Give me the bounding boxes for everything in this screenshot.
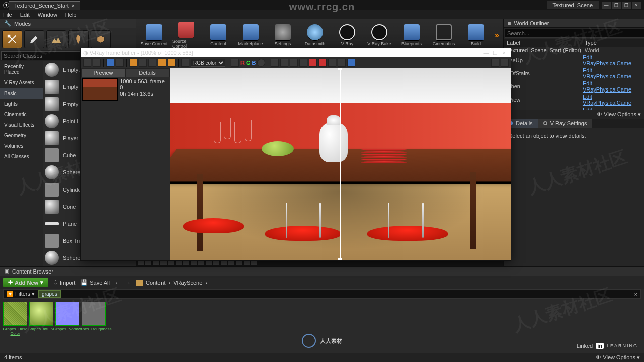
rib-settings[interactable]: Settings	[269, 21, 297, 49]
outliner-row[interactable]: rViewEdit VRayPhysicalCame	[504, 93, 644, 106]
cat-cinematic[interactable]: Cinematic	[0, 109, 43, 120]
rib-save-current[interactable]: Save Current	[140, 21, 168, 49]
menu-help[interactable]: Help	[65, 12, 77, 18]
nav-fwd-icon[interactable]: →	[125, 280, 131, 286]
vfb-tool-btn[interactable]	[501, 59, 509, 67]
menu-window[interactable]: Window	[38, 12, 57, 18]
outliner-row[interactable]: nOfStairsEdit VRayPhysicalCame	[504, 67, 644, 80]
vfb-tool-btn[interactable]	[139, 59, 147, 67]
vfb-render-view[interactable]	[170, 68, 511, 260]
rib-build[interactable]: Build	[462, 21, 490, 49]
save-all-button[interactable]: 💾 Save All	[80, 279, 110, 286]
outliner-row[interactable]: dsTVEdit VRayPhysicalCame	[504, 106, 644, 110]
ab-split-handle-bottom[interactable]	[338, 258, 342, 260]
vfb-tool-btn[interactable]	[491, 59, 499, 67]
row-type[interactable]: Edit VRayPhysicalCame	[583, 54, 641, 66]
vfb-tool-btn[interactable]	[257, 59, 265, 67]
cat-all-classes[interactable]: All Classes	[0, 151, 43, 162]
vfb-tool-btn[interactable]	[93, 59, 101, 67]
clear-filter-icon[interactable]: ×	[631, 291, 640, 297]
menu-edit[interactable]: Edit	[20, 12, 30, 18]
mode-landscape[interactable]	[46, 30, 66, 48]
vfb-tab-preview[interactable]: Preview	[81, 68, 125, 77]
cat-basic[interactable]: Basic	[0, 88, 43, 99]
vfb-tool-btn[interactable]	[309, 59, 317, 67]
vray-frame-buffer[interactable]: ◑ V-Ray frame buffer - [100% of 1000 x 5…	[80, 48, 511, 261]
filter-tag[interactable]: grapes	[38, 290, 61, 298]
add-new-button[interactable]: ✚ Add New ▾	[3, 278, 48, 287]
rib-marketplace[interactable]: Marketplace	[236, 21, 265, 49]
vfb-tool-btn[interactable]	[328, 59, 336, 67]
filters-button[interactable]: 🔽 Filters ▾	[4, 290, 38, 298]
ab-split-line[interactable]	[340, 68, 341, 260]
vfb-tab-details[interactable]: Details	[125, 68, 170, 77]
nav-back-icon[interactable]: ←	[115, 280, 120, 286]
vfb-tool-btn[interactable]	[299, 59, 307, 67]
close-icon[interactable]: ×	[72, 3, 75, 9]
ab-split-handle-top[interactable]	[338, 68, 342, 70]
mode-geometry[interactable]	[91, 30, 111, 48]
vfb-tool-btn[interactable]	[129, 59, 137, 67]
vfb-tool-btn[interactable]	[148, 59, 156, 67]
mode-foliage[interactable]	[68, 30, 89, 48]
window-max-button[interactable]: ❐	[622, 2, 631, 9]
cat-visual-effects[interactable]: Visual Effects	[0, 120, 43, 130]
asset-item[interactable]: Grapes_mtl_61	[29, 302, 53, 331]
vfb-tool-btn[interactable]	[271, 59, 279, 67]
vfb-tool-btn[interactable]	[318, 59, 327, 67]
import-button[interactable]: ⇩ Import	[53, 279, 75, 286]
outliner-row[interactable]: Textured_Scene_Start (Editor)World	[504, 47, 644, 54]
cat-volumes[interactable]: Volumes	[0, 141, 43, 151]
vfb-tool-btn[interactable]	[290, 59, 298, 67]
row-type[interactable]: Edit VRayPhysicalCame	[583, 80, 641, 93]
cat-recently-placed[interactable]: Recently Placed	[0, 61, 43, 77]
vfb-tool-btn[interactable]	[347, 59, 355, 67]
vfb-min-button[interactable]: —	[481, 50, 491, 56]
cat-lights[interactable]: Lights	[0, 99, 43, 109]
row-type[interactable]: Edit VRayPhysicalCame	[583, 67, 641, 79]
asset-item[interactable]: Grapes_Base Color	[3, 302, 27, 336]
vfb-history-item[interactable]: 1000 x 563, frame 0 0h 14m 13.6s	[81, 77, 170, 102]
outliner-list[interactable]: Textured_Scene_Start (Editor)World oseUp…	[504, 47, 644, 110]
vfb-close-button[interactable]: ×	[500, 50, 509, 56]
vfb-tool-btn[interactable]	[280, 59, 288, 67]
rib-blueprints[interactable]: Blueprints	[397, 21, 426, 49]
tab-vray-settings[interactable]: V-Ray Settings	[538, 119, 593, 128]
menu-file[interactable]: File	[3, 12, 12, 18]
channel-g[interactable]: G	[246, 60, 251, 66]
crumb-content[interactable]: Content	[146, 280, 166, 286]
window-close-button[interactable]: ×	[632, 2, 641, 9]
vfb-titlebar[interactable]: ◑ V-Ray frame buffer - [100% of 1000 x 5…	[81, 48, 511, 57]
vfb-tool-btn[interactable]	[338, 59, 346, 67]
ribbon-overflow-icon[interactable]: »	[495, 31, 499, 40]
window-restore-button[interactable]: ❐	[612, 2, 621, 9]
outliner-view-options[interactable]: 👁 View Options ▾	[597, 111, 641, 118]
vfb-tool-btn[interactable]	[168, 59, 176, 67]
mode-paint[interactable]	[24, 30, 44, 48]
titlebar-tab[interactable]: Textured_Scene_Start×	[9, 1, 80, 10]
vfb-tool-btn[interactable]	[158, 59, 166, 67]
vfb-tool-btn[interactable]	[181, 59, 189, 67]
rib-datasmith[interactable]: Datasmith	[301, 21, 329, 49]
rib-source-control[interactable]: Source Control	[172, 21, 200, 49]
vfb-tool-btn[interactable]	[231, 59, 239, 67]
cat-geometry[interactable]: Geometry	[0, 130, 43, 141]
crumb-vrayscene[interactable]: VRayScene	[173, 280, 202, 286]
mode-place[interactable]	[2, 30, 22, 48]
outliner-row[interactable]: oseUpEdit VRayPhysicalCame	[504, 54, 644, 67]
cat-vray-assets[interactable]: V-Ray Assets	[0, 77, 43, 88]
rib-content[interactable]: Content	[204, 21, 232, 49]
channel-r[interactable]: R	[240, 60, 245, 66]
vfb-tool-btn[interactable]	[116, 59, 124, 67]
asset-item[interactable]: Grapes_Roughness	[82, 302, 106, 331]
row-type[interactable]: Edit VRayPhysicalCame	[583, 94, 641, 106]
col-label[interactable]: Label	[507, 40, 585, 46]
rib-vray-bake[interactable]: V-Ray Bake	[365, 21, 393, 49]
window-min-button[interactable]: —	[602, 2, 611, 9]
rib-vray[interactable]: V-Ray	[333, 21, 361, 49]
vfb-channel-select[interactable]: RGB color	[191, 59, 225, 67]
vfb-max-button[interactable]: ☐	[491, 50, 500, 56]
vfb-tool-btn[interactable]	[106, 59, 114, 67]
outliner-row[interactable]: tchenEdit VRayPhysicalCame	[504, 80, 644, 93]
vfb-tool-btn[interactable]	[83, 59, 91, 67]
